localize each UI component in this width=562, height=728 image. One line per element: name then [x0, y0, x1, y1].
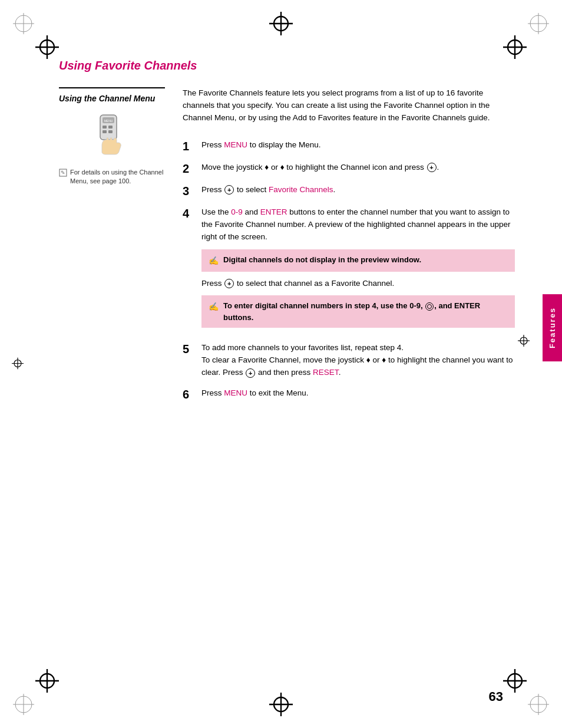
- keyword-favorite-channels: Favorite Channels: [269, 185, 333, 194]
- step-1-content: Press MENU to display the Menu.: [201, 139, 515, 151]
- sidebar-note-text: For details on using the Channel Menu, s…: [70, 168, 165, 186]
- step-4-number: 4: [183, 206, 194, 220]
- reg-mark-tc: [269, 12, 293, 35]
- reg-mark-bc: [269, 693, 293, 716]
- features-tab: Features: [543, 294, 562, 361]
- right-column: The Favorite Channels feature lets you s…: [183, 87, 515, 410]
- reg-mark-tl2: [35, 35, 59, 59]
- step-5-content: To add more channels to your favorites l…: [201, 342, 515, 379]
- intro-text: The Favorite Channels feature lets you s…: [183, 87, 515, 124]
- step-4: 4 Use the 0-9 and ENTER buttons to enter…: [183, 206, 515, 334]
- step-2: 2 Move the joystick ♦ or ♦ to highlight …: [183, 162, 515, 176]
- note-icon-sidebar: ✎: [59, 169, 67, 180]
- keyword-enter-1: ENTER: [260, 207, 287, 216]
- circle-plus-icon-2: [427, 163, 437, 172]
- step-5: 5 To add more channels to your favorites…: [183, 342, 515, 379]
- svg-rect-38: [103, 130, 107, 133]
- keyword-menu-1: MENU: [224, 140, 247, 149]
- note-box-2-text: To enter digital channel numbers in step…: [223, 300, 508, 323]
- step-5-number: 5: [183, 342, 194, 356]
- step-2-content: Move the joystick ♦ or ♦ to highlight th…: [201, 162, 515, 174]
- reg-mark-tl1: [12, 12, 35, 35]
- circle-plus-icon-5: [246, 368, 255, 378]
- reg-mark-br1: [527, 693, 550, 716]
- hand-icon-area: MENU: [59, 112, 165, 159]
- step-3: 3 Press to select Favorite Channels.: [183, 184, 515, 198]
- step-6-content: Press MENU to exit the Menu.: [201, 387, 515, 400]
- keyword-highlight: highlight: [295, 163, 325, 172]
- keyword-0-9: 0-9: [231, 207, 243, 216]
- features-tab-label: Features: [548, 307, 557, 348]
- circle-small-icon: [425, 302, 434, 311]
- note-box-1-text: Digital channels do not display in the p…: [223, 254, 421, 266]
- reg-mark-bl2: [35, 669, 59, 693]
- note-box-icon-1: ✍: [209, 255, 219, 267]
- step-6: 6 Press MENU to exit the Menu.: [183, 387, 515, 401]
- main-content: Using Favorite Channels Using the Channe…: [59, 59, 515, 669]
- steps-list: 1 Press MENU to display the Menu. 2 Move…: [183, 139, 515, 401]
- step-1-number: 1: [183, 139, 194, 153]
- sidebar-heading: Using the Channel Menu: [59, 87, 165, 105]
- reg-mark-tr2: [503, 35, 527, 59]
- reg-mark-tr1: [527, 12, 550, 35]
- reg-mark-lc: [12, 357, 24, 371]
- step-1: 1 Press MENU to display the Menu.: [183, 139, 515, 153]
- page-title: Using Favorite Channels: [59, 59, 515, 75]
- svg-rect-39: [108, 130, 113, 133]
- sidebar-note: ✎ For details on using the Channel Menu,…: [59, 168, 165, 186]
- note-box-2: ✍ To enter digital channel numbers in st…: [201, 295, 515, 328]
- svg-rect-36: [103, 126, 107, 129]
- hand-remote-icon: MENU: [91, 112, 133, 159]
- reg-mark-rc: [518, 335, 530, 348]
- press-select-text: Press to select that channel as a Favori…: [201, 278, 515, 290]
- svg-rect-37: [108, 126, 113, 129]
- circle-plus-icon-select: [224, 279, 234, 288]
- reg-mark-bl1: [12, 693, 35, 716]
- reg-mark-br2: [503, 669, 527, 693]
- step-3-number: 3: [183, 184, 194, 198]
- svg-text:MENU: MENU: [104, 119, 113, 123]
- two-col-layout: Using the Channel Menu MENU: [59, 87, 515, 410]
- page-container: Using Favorite Channels Using the Channe…: [0, 0, 562, 728]
- note-box-1: ✍ Digital channels do not display in the…: [201, 249, 515, 272]
- circle-plus-icon-3: [224, 185, 234, 195]
- step-3-content: Press to select Favorite Channels.: [201, 184, 515, 196]
- left-column: Using the Channel Menu MENU: [59, 87, 165, 410]
- note-box-icon-2: ✍: [209, 301, 219, 313]
- keyword-menu-6: MENU: [224, 388, 247, 397]
- page-number: 63: [489, 689, 503, 704]
- keyword-reset: RESET: [313, 368, 339, 377]
- svg-text:✎: ✎: [61, 170, 65, 176]
- step-6-number: 6: [183, 387, 194, 401]
- step-2-number: 2: [183, 162, 194, 176]
- step-4-content: Use the 0-9 and ENTER buttons to enter t…: [201, 206, 515, 334]
